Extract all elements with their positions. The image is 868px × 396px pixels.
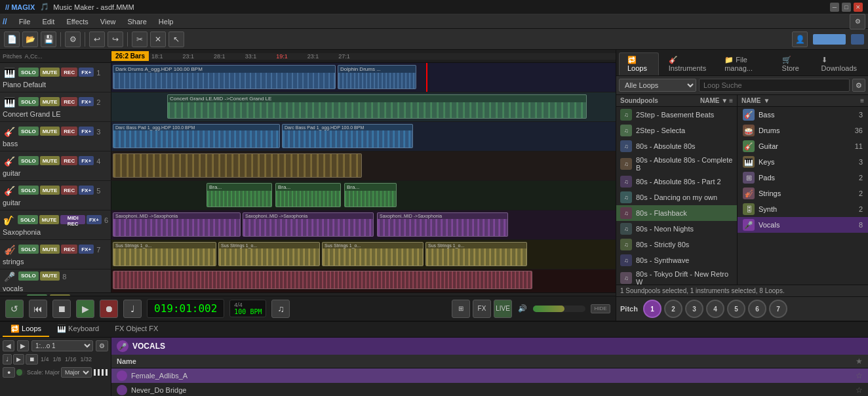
loops-search-input[interactable] [699,79,850,92]
pitch-key-5[interactable]: 5 [727,300,745,318]
pitch-key-1[interactable]: 1 [643,300,661,318]
instrument-drums[interactable]: 🥁 Drums 36 [738,123,868,138]
clip-grand-1[interactable]: Concert Grand LE.MID ->Concert Grand LE [167,94,587,119]
track-content-piano[interactable]: Dark Drums A_ogg.HDP 100.00 BPM Dolphin … [111,63,616,92]
loop-note-btn[interactable]: ♩ [3,354,12,365]
soundpool-item-80s-strictly[interactable]: ♫ 80s - Strictly 80s [616,237,737,252]
fx-button-guitar1[interactable]: FX+ [79,156,94,165]
fx-button-guitar2[interactable]: FX+ [79,186,94,195]
loop-prev-button[interactable]: ◀ [3,340,14,351]
clip-sax-2[interactable]: Saxophoni..MID ->Saxophonia [243,212,374,237]
loop-settings-button[interactable]: ⚙ [96,340,108,351]
rec-button-strings[interactable]: REC [61,245,77,254]
loop-play-btn[interactable]: ▶ [13,354,24,365]
solo-button-guitar1[interactable]: SOLO [18,156,39,165]
cut-button[interactable]: ✂ [132,31,148,47]
name-sort-icon[interactable]: NAME ▼ [700,97,728,104]
close2-icon[interactable]: ✕ [150,31,166,47]
loop-volume-slider[interactable] [16,369,26,376]
soundpool-item-2step-beats[interactable]: ♫ 2Step - Basement Beats [616,107,737,123]
mute-button-strings[interactable]: MUTE [40,245,60,254]
rec-button-guitar2[interactable]: REC [61,186,77,195]
clip-strings-2[interactable]: Sus Strings 1_o... [218,242,320,266]
clip-sax-1[interactable]: Saxophoni..MID ->Saxophonia [113,212,241,237]
fx-button-sax[interactable]: FX+ [87,215,102,224]
instrument-guitar[interactable]: 🎸 Guitar 11 [738,138,868,154]
tab-instruments[interactable]: 🎸 Instruments [660,52,715,75]
clip-guitar1-1[interactable] [113,153,362,178]
timeline-ruler[interactable]: 18:1 23:1 28:1 33:1 19:1 23:1 27:1 [149,53,616,60]
undo-button[interactable]: ↩ [89,31,105,47]
soundpool-item-80s-tokyo[interactable]: ♫ 80s - Tokyo Drift - New Retro W [616,268,737,285]
fx-button-strings[interactable]: FX+ [79,245,94,254]
loop-female-adlibs-star[interactable]: ☆ [856,371,863,380]
loops-tab-loops[interactable]: 🔁 Loops [3,322,49,337]
rec-button-guitar1[interactable]: REC [61,156,77,165]
rewind-button[interactable]: ⏮ [29,300,47,318]
clip-guitar2-3[interactable]: Bra... [344,183,397,207]
fx-button-piano[interactable]: FX+ [79,68,94,77]
soundpool-item-80s-synthwave[interactable]: ♫ 80s - Synthwave [616,252,737,268]
pitch-key-4[interactable]: 4 [706,300,724,318]
tab-downloads[interactable]: ⬇ Downloads [813,52,865,75]
mute-button-grand[interactable]: MUTE [40,97,60,106]
tab-store[interactable]: 🛒 Store [774,52,812,75]
rec-button-grand[interactable]: REC [61,97,77,106]
user-icon[interactable]: 👤 [792,31,808,47]
settings-icon[interactable]: ⚙ [850,14,865,30]
track-content-vocals[interactable] [111,269,616,292]
soundpool-item-80s-complete[interactable]: ♫ 80s - Absolute 80s - Complete B [616,154,737,174]
menu-view[interactable]: View [95,16,121,27]
metronome-button[interactable]: ♩ [123,300,142,318]
instrument-pads[interactable]: ⊞ Pads 2 [738,170,868,186]
mute-button-vocals[interactable]: MUTE [40,271,60,281]
mute-button-guitar2[interactable]: MUTE [40,186,60,195]
tab-filemanager[interactable]: 📁 File manag... [716,52,772,75]
solo-button-grand[interactable]: SOLO [18,97,39,106]
track-content-sax[interactable]: Saxophoni..MID ->Saxophonia Saxophoni..M… [111,210,616,239]
hide-label[interactable]: HIDE [591,304,610,313]
track-content-bass[interactable]: Darc Bass Pad 1_ogg.HDP 100.0 BPM Darc B… [111,122,616,151]
solo-button-bass[interactable]: SOLO [18,127,39,136]
solo-button-sax[interactable]: SOLO [18,215,38,224]
tune-button[interactable]: ♫ [271,300,290,318]
redo-button[interactable]: ↪ [108,31,123,47]
loops-tab-keyboard[interactable]: 🎹 Keyboard [49,322,107,337]
fx-button-bass[interactable]: FX+ [79,127,94,136]
clip-strings-3[interactable]: Sus Strings 1_o... [322,242,424,266]
solo-button-strings[interactable]: SOLO [18,245,39,254]
menu-share[interactable]: Share [122,16,151,27]
list-toggle-icon[interactable]: ≡ [729,97,733,104]
menu-edit[interactable]: Edit [37,16,60,27]
settings2-icon[interactable]: ⚙ [65,31,81,47]
loops-tab-objectfx[interactable]: FX Object FX [107,322,166,337]
play-button[interactable]: ▶ [76,300,94,318]
track-content-strings[interactable]: Sus Strings 1_o... Sus Strings 1_o... Su… [111,240,616,269]
loops-filter-dropdown[interactable]: Alle Loops [619,79,696,92]
fx-button-grand[interactable]: FX+ [79,97,94,106]
clip-guitar2-1[interactable]: Bra... [207,183,272,207]
live-button[interactable]: LIVE [494,300,512,318]
loop-next-button[interactable]: ▶ [17,340,29,351]
reset-mute-button[interactable]: MUTE [50,294,70,296]
clip-guitar2-2[interactable]: Bra... [275,183,341,207]
instrument-strings[interactable]: 🎻 Strings 2 [738,186,868,201]
rec-button-piano[interactable]: REC [61,68,77,77]
new-button[interactable]: 📄 [4,31,20,47]
solo-button-guitar2[interactable]: SOLO [18,186,39,195]
pitch-key-6[interactable]: 6 [748,300,766,318]
stop-button[interactable]: ⏹ [52,300,71,318]
instrument-keys[interactable]: 🎹 Keys 3 [738,154,868,170]
loop-never-bridge-star[interactable]: ☆ [856,386,863,395]
reset-solo-button[interactable]: SOLO [27,294,47,296]
mute-button-guitar1[interactable]: MUTE [40,156,60,165]
filter-settings-icon[interactable]: ⚙ [852,79,865,92]
volume-slider[interactable] [533,306,585,312]
soundpool-item-80s-neon[interactable]: ♫ 80s - Neon Nights [616,221,737,237]
cursor-button[interactable]: ↖ [168,31,184,47]
loop-button[interactable]: ↺ [5,300,24,318]
clip-bass-2[interactable]: Darc Bass Pad 1_ogg.HDP 100.0 BPM [282,124,413,148]
instrument-synth[interactable]: 🎛 Synth 2 [738,201,868,217]
track-content-grand[interactable]: Concert Grand LE.MID ->Concert Grand LE [111,92,616,121]
instrument-bass[interactable]: 🎸 Bass 3 [738,107,868,123]
